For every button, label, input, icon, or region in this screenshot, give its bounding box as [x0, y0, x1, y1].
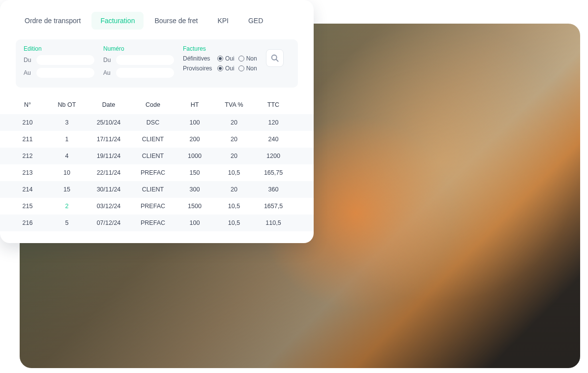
filter-edition-title: Edition: [24, 45, 94, 52]
cell-tva: 20: [214, 186, 254, 193]
cell-code: DSC: [131, 119, 175, 126]
factures-provisoires-label: Provisoires: [183, 65, 213, 72]
cell-ht: 100: [175, 119, 214, 126]
cell-tva: 20: [214, 119, 254, 126]
col-tva: TVA %: [214, 101, 254, 108]
cell-num: 210: [8, 119, 47, 126]
cell-date: 17/11/24: [87, 136, 131, 143]
provisoires-non-radio[interactable]: Non: [238, 65, 257, 72]
svg-point-0: [271, 55, 276, 60]
cell-nbot: 1: [47, 136, 87, 143]
definitives-non-radio[interactable]: Non: [238, 55, 257, 62]
table-header: N° Nb OT Date Code HT TVA % TTC: [0, 95, 314, 114]
cell-num: 212: [8, 153, 47, 159]
cell-nbot: 4: [47, 153, 87, 159]
cell-ht: 300: [175, 186, 214, 193]
filter-numero-title: Numéro: [103, 45, 174, 52]
edition-au-label: Au: [24, 69, 33, 76]
edition-du-label: Du: [24, 57, 33, 63]
cell-code: CLIENT: [131, 186, 175, 193]
col-code: Code: [131, 101, 175, 108]
cell-date: 22/11/24: [87, 169, 131, 176]
cell-date: 03/12/24: [87, 203, 131, 210]
tab-ged[interactable]: GED: [239, 12, 272, 30]
cell-ttc: 120: [254, 119, 293, 126]
cell-date: 07/12/24: [87, 219, 131, 226]
cell-num: 211: [8, 136, 47, 143]
cell-ttc: 165,75: [254, 169, 293, 176]
invoice-table: N° Nb OT Date Code HT TVA % TTC 210325/1…: [0, 95, 314, 231]
cell-num: 214: [8, 186, 47, 193]
edition-au-input[interactable]: [36, 68, 94, 78]
filter-bar: Edition Du Au Numéro Du Au Factures: [16, 39, 298, 88]
cell-ttc: 110,5: [254, 219, 293, 226]
cell-ttc: 1200: [254, 153, 293, 159]
cell-ht: 200: [175, 136, 214, 143]
svg-line-1: [276, 60, 278, 62]
cell-ttc: 1657,5: [254, 203, 293, 210]
table-row[interactable]: 210325/10/24DSC10020120: [0, 114, 314, 131]
radio-icon: [217, 65, 223, 71]
filter-edition: Edition Du Au: [24, 45, 94, 81]
col-ttc: TTC: [254, 101, 293, 108]
invoicing-panel: Ordre de transport Facturation Bourse de…: [0, 0, 314, 243]
cell-nbot[interactable]: 2: [47, 203, 87, 210]
cell-tva: 10,5: [214, 169, 254, 176]
filter-numero: Numéro Du Au: [103, 45, 174, 81]
cell-date: 25/10/24: [87, 119, 131, 126]
search-icon: [270, 53, 280, 63]
col-date: Date: [87, 101, 131, 108]
radio-icon: [217, 56, 223, 62]
radio-non-label: Non: [246, 65, 257, 72]
radio-icon: [238, 65, 244, 71]
cell-date: 19/11/24: [87, 153, 131, 159]
filter-factures-title: Factures: [183, 45, 257, 52]
cell-code: PREFAC: [131, 219, 175, 226]
col-nbot: Nb OT: [47, 101, 87, 108]
cell-date: 30/11/24: [87, 186, 131, 193]
numero-du-label: Du: [103, 57, 113, 63]
cell-ht: 100: [175, 219, 214, 226]
numero-du-input[interactable]: [116, 55, 174, 65]
numero-au-label: Au: [103, 69, 113, 76]
table-body: 210325/10/24DSC10020120211117/11/24CLIEN…: [0, 114, 314, 231]
table-row[interactable]: 216507/12/24PREFAC10010,5110,5: [0, 215, 314, 231]
definitives-oui-radio[interactable]: Oui: [217, 55, 235, 62]
cell-ht: 1000: [175, 153, 214, 159]
table-row[interactable]: 2131022/11/24PREFAC15010,5165,75: [0, 164, 314, 181]
cell-tva: 10,5: [214, 203, 254, 210]
col-num: N°: [8, 101, 47, 108]
cell-code: CLIENT: [131, 136, 175, 143]
cell-ttc: 240: [254, 136, 293, 143]
cell-nbot: 3: [47, 119, 87, 126]
tab-ordre-transport[interactable]: Ordre de transport: [16, 12, 89, 30]
cell-tva: 10,5: [214, 219, 254, 226]
numero-au-input[interactable]: [116, 68, 174, 78]
tab-bar: Ordre de transport Facturation Bourse de…: [0, 12, 314, 35]
table-row[interactable]: 2141530/11/24CLIENT30020360: [0, 181, 314, 198]
search-button[interactable]: [266, 49, 284, 67]
radio-icon: [238, 56, 244, 62]
cell-num: 216: [8, 219, 47, 226]
radio-oui-label: Oui: [225, 65, 235, 72]
cell-ht: 1500: [175, 203, 214, 210]
cell-num: 215: [8, 203, 47, 210]
table-row[interactable]: 215203/12/24PREFAC150010,51657,5: [0, 198, 314, 215]
cell-nbot: 15: [47, 186, 87, 193]
table-row[interactable]: 212419/11/24CLIENT1000201200: [0, 148, 314, 164]
table-row[interactable]: 211117/11/24CLIENT20020240: [0, 131, 314, 148]
cell-ht: 150: [175, 169, 214, 176]
filter-factures: Factures Définitives Oui Non Provisoires…: [183, 45, 257, 75]
cell-nbot: 10: [47, 169, 87, 176]
tab-kpi[interactable]: KPI: [208, 12, 237, 30]
cell-nbot: 5: [47, 219, 87, 226]
cell-num: 213: [8, 169, 47, 176]
edition-du-input[interactable]: [36, 55, 94, 65]
cell-code: CLIENT: [131, 153, 175, 159]
tab-facturation[interactable]: Facturation: [91, 12, 144, 30]
cell-code: PREFAC: [131, 169, 175, 176]
provisoires-oui-radio[interactable]: Oui: [217, 65, 235, 72]
tab-bourse-fret[interactable]: Bourse de fret: [146, 12, 206, 30]
factures-definitives-label: Définitives: [183, 55, 213, 62]
radio-oui-label: Oui: [225, 55, 235, 62]
